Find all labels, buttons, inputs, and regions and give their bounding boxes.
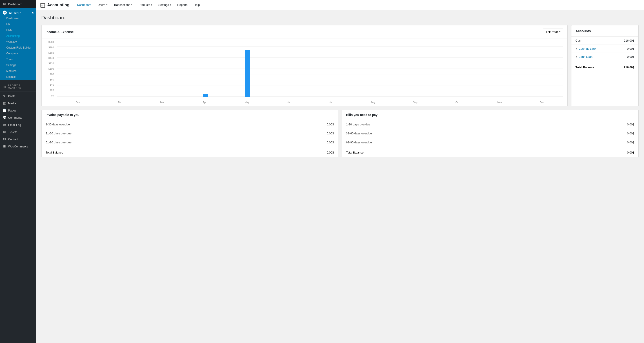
bills-row-1-30-value: 0.00$: [627, 123, 634, 126]
sidebar-item-crm[interactable]: CRM: [0, 27, 36, 33]
nav-item-transactions[interactable]: Transactions ▾: [110, 0, 136, 10]
invoice-row-1-30-value: 0.00$: [326, 123, 334, 126]
accounts-total-label: Total Balance: [576, 66, 594, 69]
nav-item-settings[interactable]: Settings ▾: [155, 0, 174, 10]
email-log-icon: ✉: [3, 123, 6, 126]
accounts-title: Accounts: [572, 26, 638, 37]
invoice-row-31-60-value: 0.00$: [326, 132, 334, 135]
x-label-aug: Aug: [370, 101, 375, 104]
page-title: Dashboard: [41, 15, 638, 21]
users-chevron: ▾: [106, 4, 108, 6]
y-label-40: $40: [46, 84, 56, 86]
topbar-logo: Accounting: [40, 3, 70, 8]
bills-row-1-30-label: 1-30 days overdue: [346, 123, 370, 126]
chart-bar-group-may: [226, 50, 268, 97]
dashboard-icon: ⊞: [3, 2, 6, 6]
comments-icon: 💬: [3, 116, 6, 119]
sidebar-item-email-log[interactable]: ✉ Email Log: [0, 121, 36, 128]
invoice-row-1-30: 1-30 days overdue 0.00$: [42, 120, 338, 129]
sidebar-item-dashboard[interactable]: Dashboard: [0, 16, 36, 21]
wp-erp-label: WP ERP: [8, 11, 21, 14]
posts-label: Posts: [8, 94, 16, 98]
contact-label: Contact: [8, 138, 18, 141]
sidebar-item-modules[interactable]: Modules: [0, 68, 36, 74]
main-grid: Income & Expense This Year ▾ $0 $20 $40 …: [41, 25, 638, 106]
x-label-jun: Jun: [287, 101, 291, 104]
sidebar-item-workflow[interactable]: Workflow: [0, 39, 36, 45]
invoice-row-61-90-label: 61-90 days overdue: [46, 141, 72, 144]
x-label-mar: Mar: [160, 101, 164, 104]
x-label-feb: Feb: [118, 101, 122, 104]
svg-rect-3: [43, 6, 44, 7]
x-label-sep: Sep: [413, 101, 418, 104]
bills-total-label: Total Balance: [346, 151, 364, 154]
invoice-total-value: 0.00$: [326, 151, 334, 154]
content-area: Dashboard Income & Expense This Year ▾ $…: [36, 10, 644, 343]
sidebar-item-hr[interactable]: HR: [0, 21, 36, 27]
sidebar-item-tools[interactable]: Tools: [0, 56, 36, 62]
invoice-row-61-90: 61-90 days overdue 0.00$: [42, 138, 338, 147]
sidebar-divider-2: [0, 91, 36, 92]
invoice-row-31-60-label: 31-60 days overdue: [46, 132, 72, 135]
chart-bar-apr: [203, 94, 208, 97]
bank-loan-value: 0.00$: [627, 55, 634, 58]
svg-rect-1: [43, 4, 44, 5]
x-label-oct: Oct: [456, 101, 459, 104]
sidebar-item-pages[interactable]: 📄 Pages: [0, 107, 36, 114]
sidebar-item-media[interactable]: ▦ Media: [0, 100, 36, 107]
chart-plot: [57, 41, 563, 97]
bills-row-31-60: 31-60 days overdue 0.00$: [342, 129, 638, 138]
nav-item-products[interactable]: Products ▾: [136, 0, 155, 10]
sidebar-wp-erp-group[interactable]: W WP ERP ◀: [0, 8, 36, 16]
accounts-total-row: Total Balance 216.00$: [572, 63, 638, 72]
triangle-icon: ▼: [576, 56, 578, 58]
cash-at-bank-label[interactable]: ▼ Cash at Bank: [576, 47, 596, 50]
sidebar-item-tickets[interactable]: ⊞ Tickets: [0, 128, 36, 136]
transactions-chevron: ▾: [131, 4, 132, 6]
income-expense-card: Income & Expense This Year ▾ $0 $20 $40 …: [41, 25, 568, 106]
accounting-logo-icon: [40, 3, 46, 8]
sidebar: ⊞ Dashboard W WP ERP ◀ Dashboard HR CRM …: [0, 0, 36, 343]
sidebar-project-manager-item[interactable]: ◫ Project Manager: [0, 82, 36, 90]
invoice-total-label: Total Balance: [46, 151, 63, 154]
bank-loan-label[interactable]: ▼ Bank Loan: [576, 55, 592, 58]
sidebar-item-contact[interactable]: ✉ Contact: [0, 136, 36, 143]
sidebar-item-license[interactable]: License: [0, 74, 36, 80]
invoice-row-61-90-value: 0.00$: [326, 141, 334, 144]
woocommerce-label: WooCommerce: [8, 145, 28, 148]
bottom-grid: Invoice payable to you 1-30 days overdue…: [41, 110, 638, 157]
sidebar-item-custom-field-builder[interactable]: Custom Field Builder: [0, 45, 36, 50]
invoice-row-1-30-label: 1-30 days overdue: [46, 123, 70, 126]
chart-container: $0 $20 $40 $60 $80 $100 $120 $140 $160 $…: [42, 38, 568, 106]
y-label-160: $160: [46, 52, 56, 54]
nav-item-help[interactable]: Help: [190, 0, 203, 10]
x-label-may: May: [244, 101, 249, 104]
posts-icon: ✎: [3, 94, 6, 98]
sidebar-item-accounting[interactable]: Accounting: [0, 33, 36, 39]
sidebar-dashboard-item[interactable]: ⊞ Dashboard: [0, 0, 36, 8]
sidebar-item-settings[interactable]: Settings: [0, 62, 36, 68]
cash-at-bank-value: 0.00$: [627, 47, 634, 50]
nav-item-dashboard[interactable]: Dashboard: [74, 0, 94, 10]
sidebar-item-posts[interactable]: ✎ Posts: [0, 92, 36, 100]
tickets-icon: ⊞: [3, 130, 6, 134]
period-label: This Year: [546, 30, 558, 34]
sidebar-item-woocommerce[interactable]: ⊞ WooCommerce: [0, 143, 36, 150]
svg-rect-2: [41, 6, 43, 7]
nav-item-reports[interactable]: Reports: [174, 0, 191, 10]
account-row-bank-loan: ▼ Bank Loan 0.00$: [572, 53, 638, 61]
settings-chevron: ▾: [170, 4, 171, 6]
sidebar-item-comments[interactable]: 💬 Comments: [0, 114, 36, 121]
cash-label: Cash: [576, 39, 582, 42]
account-row-cash: Cash 216.00$: [572, 37, 638, 45]
svg-rect-0: [41, 4, 43, 5]
sidebar-item-company[interactable]: Company: [0, 50, 36, 56]
nav-item-users[interactable]: Users ▾: [94, 0, 110, 10]
chart-x-labels: Jan Feb Mar Apr May Jun Jul Aug Sep Oct …: [57, 101, 563, 104]
bills-row-61-90-value: 0.00$: [627, 141, 634, 144]
bills-total-row: Total Balance 0.00$: [342, 148, 638, 157]
period-selector[interactable]: This Year ▾: [543, 28, 563, 35]
main-area: Accounting Dashboard Users ▾ Transaction…: [36, 0, 644, 343]
chart-bars: [57, 41, 563, 97]
triangle-icon: ▼: [576, 48, 578, 50]
